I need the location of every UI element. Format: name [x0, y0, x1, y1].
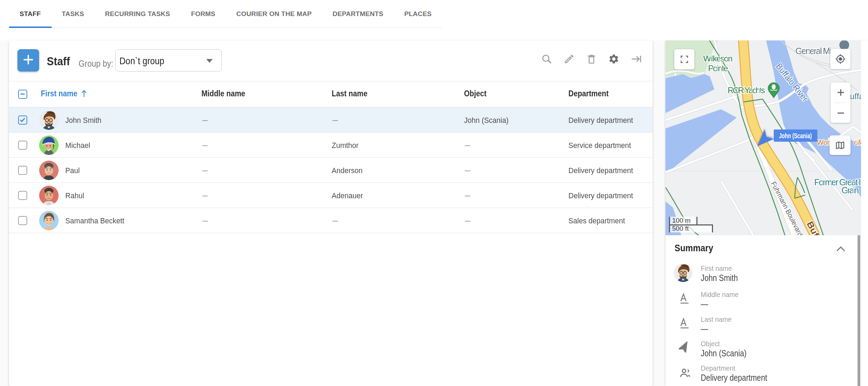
svg-text:offee: offee	[854, 139, 861, 146]
svg-text:RCR Yachts: RCR Yachts	[728, 86, 765, 95]
svg-text:uffal: uffal	[850, 91, 861, 101]
svg-text:100 m: 100 m	[672, 217, 691, 224]
svg-text:500 ft: 500 ft	[672, 225, 689, 232]
svg-text:Wilkeson: Wilkeson	[703, 54, 733, 63]
svg-text:Grain: Grain	[841, 185, 859, 195]
svg-text:Won: Won	[817, 139, 831, 146]
svg-text:Pointe: Pointe	[708, 64, 728, 73]
svg-text:General Mi: General Mi	[795, 46, 831, 56]
svg-text:John (Scania): John (Scania)	[779, 132, 812, 140]
